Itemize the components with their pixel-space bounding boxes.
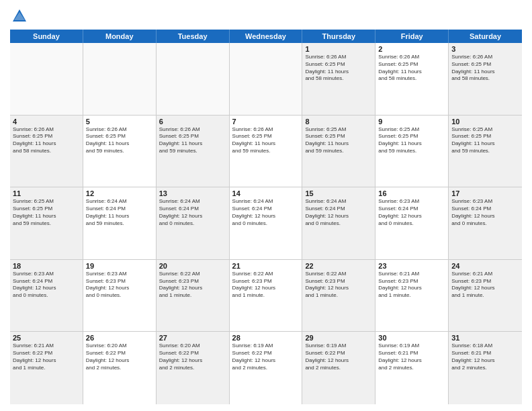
- calendar-row-1: 1Sunrise: 6:26 AMSunset: 6:25 PMDaylight…: [10, 43, 522, 116]
- day-number: 27: [159, 334, 226, 342]
- day-number: 22: [305, 262, 372, 270]
- calendar-header-row: SundayMondayTuesdayWednesdayThursdayFrid…: [10, 30, 522, 43]
- day-info: Sunrise: 6:23 AMSunset: 6:24 PMDaylight:…: [378, 198, 445, 227]
- day-number: 11: [13, 189, 80, 197]
- calendar: SundayMondayTuesdayWednesdayThursdayFrid…: [10, 30, 522, 404]
- day-number: 13: [159, 189, 226, 197]
- day-cell-19: 19Sunrise: 6:23 AMSunset: 6:23 PMDayligh…: [83, 260, 157, 332]
- day-cell-24: 24Sunrise: 6:21 AMSunset: 6:23 PMDayligh…: [449, 260, 522, 332]
- day-cell-26: 26Sunrise: 6:20 AMSunset: 6:22 PMDayligh…: [83, 332, 157, 404]
- empty-cell: [10, 43, 83, 115]
- day-cell-3: 3Sunrise: 6:26 AMSunset: 6:25 PMDaylight…: [449, 43, 522, 115]
- weekday-header-tuesday: Tuesday: [157, 30, 230, 43]
- empty-cell: [230, 43, 303, 115]
- day-info: Sunrise: 6:18 AMSunset: 6:21 PMDaylight:…: [451, 342, 519, 371]
- day-info: Sunrise: 6:24 AMSunset: 6:24 PMDaylight:…: [305, 198, 372, 227]
- day-number: 8: [305, 118, 372, 126]
- calendar-row-4: 18Sunrise: 6:23 AMSunset: 6:24 PMDayligh…: [10, 260, 522, 332]
- day-info: Sunrise: 6:19 AMSunset: 6:21 PMDaylight:…: [378, 342, 445, 371]
- weekday-header-monday: Monday: [83, 30, 157, 43]
- day-cell-28: 28Sunrise: 6:19 AMSunset: 6:22 PMDayligh…: [230, 332, 303, 404]
- weekday-header-sunday: Sunday: [10, 30, 83, 43]
- empty-cell: [83, 43, 157, 115]
- weekday-header-saturday: Saturday: [449, 30, 522, 43]
- day-number: 16: [378, 189, 445, 197]
- day-number: 21: [232, 262, 300, 270]
- day-cell-16: 16Sunrise: 6:23 AMSunset: 6:24 PMDayligh…: [375, 187, 449, 259]
- day-cell-27: 27Sunrise: 6:20 AMSunset: 6:22 PMDayligh…: [157, 332, 230, 404]
- day-info: Sunrise: 6:21 AMSunset: 6:22 PMDaylight:…: [13, 342, 80, 371]
- day-info: Sunrise: 6:19 AMSunset: 6:22 PMDaylight:…: [305, 342, 372, 371]
- day-number: 5: [86, 118, 153, 126]
- day-number: 2: [378, 45, 445, 53]
- day-info: Sunrise: 6:24 AMSunset: 6:24 PMDaylight:…: [159, 198, 226, 227]
- day-cell-23: 23Sunrise: 6:21 AMSunset: 6:23 PMDayligh…: [375, 260, 449, 332]
- day-number: 25: [13, 334, 80, 342]
- day-cell-11: 11Sunrise: 6:25 AMSunset: 6:25 PMDayligh…: [10, 187, 83, 259]
- day-info: Sunrise: 6:23 AMSunset: 6:23 PMDaylight:…: [86, 271, 153, 300]
- day-cell-2: 2Sunrise: 6:26 AMSunset: 6:25 PMDaylight…: [375, 43, 449, 115]
- logo: [10, 7, 32, 26]
- day-cell-14: 14Sunrise: 6:24 AMSunset: 6:24 PMDayligh…: [230, 187, 303, 259]
- day-number: 14: [232, 189, 300, 197]
- day-info: Sunrise: 6:20 AMSunset: 6:22 PMDaylight:…: [159, 342, 226, 371]
- day-info: Sunrise: 6:23 AMSunset: 6:24 PMDaylight:…: [451, 198, 519, 227]
- day-number: 30: [378, 334, 445, 342]
- day-cell-18: 18Sunrise: 6:23 AMSunset: 6:24 PMDayligh…: [10, 260, 83, 332]
- day-cell-12: 12Sunrise: 6:24 AMSunset: 6:24 PMDayligh…: [83, 187, 157, 259]
- day-info: Sunrise: 6:26 AMSunset: 6:25 PMDaylight:…: [86, 126, 153, 155]
- day-info: Sunrise: 6:23 AMSunset: 6:24 PMDaylight:…: [13, 271, 80, 300]
- weekday-header-wednesday: Wednesday: [230, 30, 303, 43]
- day-info: Sunrise: 6:26 AMSunset: 6:25 PMDaylight:…: [305, 54, 372, 83]
- day-cell-9: 9Sunrise: 6:25 AMSunset: 6:25 PMDaylight…: [375, 116, 449, 187]
- day-info: Sunrise: 6:25 AMSunset: 6:25 PMDaylight:…: [378, 126, 445, 155]
- day-info: Sunrise: 6:21 AMSunset: 6:23 PMDaylight:…: [451, 271, 519, 300]
- day-number: 1: [305, 45, 372, 53]
- day-number: 19: [86, 262, 153, 270]
- day-number: 31: [451, 334, 519, 342]
- day-cell-7: 7Sunrise: 6:26 AMSunset: 6:25 PMDaylight…: [230, 116, 303, 187]
- day-number: 17: [451, 189, 519, 197]
- day-info: Sunrise: 6:25 AMSunset: 6:25 PMDaylight:…: [305, 126, 372, 155]
- day-cell-10: 10Sunrise: 6:25 AMSunset: 6:25 PMDayligh…: [449, 116, 522, 187]
- day-number: 24: [451, 262, 519, 270]
- calendar-body: 1Sunrise: 6:26 AMSunset: 6:25 PMDaylight…: [10, 43, 522, 404]
- day-info: Sunrise: 6:19 AMSunset: 6:22 PMDaylight:…: [232, 342, 300, 371]
- day-cell-5: 5Sunrise: 6:26 AMSunset: 6:25 PMDaylight…: [83, 116, 157, 187]
- day-info: Sunrise: 6:20 AMSunset: 6:22 PMDaylight:…: [86, 342, 153, 371]
- day-number: 9: [378, 118, 445, 126]
- day-cell-22: 22Sunrise: 6:22 AMSunset: 6:23 PMDayligh…: [302, 260, 375, 332]
- day-number: 28: [232, 334, 300, 342]
- empty-cell: [157, 43, 230, 115]
- weekday-header-friday: Friday: [375, 30, 449, 43]
- day-info: Sunrise: 6:25 AMSunset: 6:25 PMDaylight:…: [13, 198, 80, 227]
- day-number: 18: [13, 262, 80, 270]
- day-number: 4: [13, 118, 80, 126]
- header: [10, 7, 522, 26]
- day-cell-15: 15Sunrise: 6:24 AMSunset: 6:24 PMDayligh…: [302, 187, 375, 259]
- day-cell-13: 13Sunrise: 6:24 AMSunset: 6:24 PMDayligh…: [157, 187, 230, 259]
- day-number: 29: [305, 334, 372, 342]
- day-number: 10: [451, 118, 519, 126]
- day-number: 20: [159, 262, 226, 270]
- day-info: Sunrise: 6:24 AMSunset: 6:24 PMDaylight:…: [86, 198, 153, 227]
- day-number: 7: [232, 118, 300, 126]
- day-info: Sunrise: 6:22 AMSunset: 6:23 PMDaylight:…: [305, 271, 372, 300]
- logo-icon: [10, 7, 29, 26]
- day-number: 23: [378, 262, 445, 270]
- calendar-row-2: 4Sunrise: 6:26 AMSunset: 6:25 PMDaylight…: [10, 116, 522, 188]
- day-cell-4: 4Sunrise: 6:26 AMSunset: 6:25 PMDaylight…: [10, 116, 83, 187]
- day-info: Sunrise: 6:24 AMSunset: 6:24 PMDaylight:…: [232, 198, 300, 227]
- day-info: Sunrise: 6:21 AMSunset: 6:23 PMDaylight:…: [378, 271, 445, 300]
- day-cell-20: 20Sunrise: 6:22 AMSunset: 6:23 PMDayligh…: [157, 260, 230, 332]
- day-info: Sunrise: 6:26 AMSunset: 6:25 PMDaylight:…: [159, 126, 226, 155]
- day-number: 6: [159, 118, 226, 126]
- day-cell-8: 8Sunrise: 6:25 AMSunset: 6:25 PMDaylight…: [302, 116, 375, 187]
- day-cell-1: 1Sunrise: 6:26 AMSunset: 6:25 PMDaylight…: [302, 43, 375, 115]
- day-info: Sunrise: 6:26 AMSunset: 6:25 PMDaylight:…: [13, 126, 80, 155]
- weekday-header-thursday: Thursday: [302, 30, 375, 43]
- page: SundayMondayTuesdayWednesdayThursdayFrid…: [0, 0, 532, 411]
- day-cell-31: 31Sunrise: 6:18 AMSunset: 6:21 PMDayligh…: [449, 332, 522, 404]
- day-number: 15: [305, 189, 372, 197]
- day-info: Sunrise: 6:22 AMSunset: 6:23 PMDaylight:…: [159, 271, 226, 300]
